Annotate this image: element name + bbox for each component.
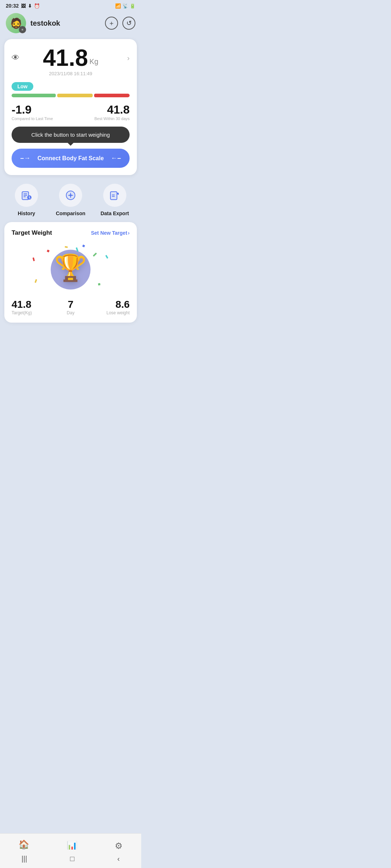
time-display: 20:32 bbox=[6, 3, 19, 9]
best-value: 41.8 bbox=[94, 103, 130, 116]
target-stats: 41.8 Target(Kg) 7 Day 8.6 Lose weight bbox=[12, 299, 130, 315]
target-weight-value: 41.8 bbox=[12, 299, 51, 310]
target-lose-stat: 8.6 Lose weight bbox=[90, 299, 130, 315]
header-actions: ＋ ↺ bbox=[105, 17, 135, 30]
refresh-icon: ↺ bbox=[126, 19, 132, 27]
weight-section: 👁 41.8 Kg › bbox=[12, 46, 130, 69]
connect-arrow-left-icon: –→ bbox=[20, 154, 30, 162]
history-label: History bbox=[18, 210, 35, 216]
data-export-label: Data Export bbox=[101, 210, 129, 216]
compared-label: Compared to Last Time bbox=[12, 116, 53, 121]
comparison-icon-wrap bbox=[59, 184, 82, 207]
download-icon: ⬇ bbox=[28, 3, 32, 9]
eye-icon[interactable]: 👁 bbox=[12, 53, 20, 63]
add-button[interactable]: ＋ bbox=[105, 17, 118, 30]
target-section: Target Weight Set New Target › 🏆 41.8 Ta… bbox=[4, 222, 137, 323]
compared-stat: -1.9 Compared to Last Time bbox=[12, 103, 53, 121]
tooltip-overlay: Click the button to start weighing bbox=[12, 127, 130, 143]
target-day-label: Day bbox=[51, 310, 91, 315]
history-icon bbox=[21, 190, 32, 201]
action-history[interactable]: History bbox=[4, 184, 49, 216]
export-icon-wrap bbox=[103, 184, 126, 207]
bmi-bar-container bbox=[12, 94, 130, 97]
target-chevron-icon: › bbox=[128, 230, 130, 236]
stats-row: -1.9 Compared to Last Time 41.8 Best Wit… bbox=[12, 103, 130, 121]
svg-rect-4 bbox=[24, 196, 26, 197]
export-icon bbox=[109, 190, 121, 201]
battery-icon: 🔋 bbox=[130, 3, 135, 9]
action-comparison[interactable]: Comparison bbox=[49, 184, 93, 216]
username: testokok bbox=[30, 19, 101, 27]
trophy-emoji: 🏆 bbox=[54, 252, 87, 283]
target-weight-label: Target(Kg) bbox=[12, 310, 51, 315]
target-lose-value: 8.6 bbox=[90, 299, 130, 310]
svg-rect-11 bbox=[112, 195, 115, 195]
target-day-stat: 7 Day bbox=[51, 299, 91, 315]
best-label: Best Within 30 days bbox=[94, 116, 130, 121]
avatar[interactable]: 🧔 ≡ bbox=[6, 13, 26, 33]
svg-rect-3 bbox=[24, 195, 27, 196]
alarm-icon: ⏰ bbox=[34, 3, 40, 9]
svg-point-8 bbox=[70, 194, 72, 196]
set-new-target-link[interactable]: Set New Target › bbox=[91, 230, 130, 236]
tooltip-box: Click the button to start weighing bbox=[12, 127, 130, 143]
target-weight-stat: 41.8 Target(Kg) bbox=[12, 299, 51, 315]
bmi-badge: Low bbox=[12, 82, 33, 91]
status-right: 📶 📡 🔋 bbox=[115, 3, 135, 9]
weight-value: 41.8 bbox=[43, 46, 88, 69]
weight-date: 2023/11/08 16:11:49 bbox=[12, 71, 130, 76]
connect-arrow-right-icon: ←– bbox=[111, 154, 121, 162]
action-data-export[interactable]: Data Export bbox=[93, 184, 137, 216]
bmi-red-segment bbox=[94, 94, 130, 97]
bmi-bar bbox=[12, 94, 130, 97]
trophy-illustration: 🏆 bbox=[12, 242, 130, 293]
status-bar: 20:32 🖼 ⬇ ⏰ 📶 📡 🔋 bbox=[0, 0, 141, 10]
svg-rect-12 bbox=[112, 196, 115, 197]
comparison-label: Comparison bbox=[56, 210, 85, 216]
svg-rect-2 bbox=[24, 193, 27, 194]
bmi-yellow-segment bbox=[57, 94, 93, 97]
connect-button-label: Connect Body Fat Scale bbox=[37, 155, 104, 162]
target-day-value: 7 bbox=[51, 299, 91, 310]
history-icon-wrap bbox=[15, 184, 38, 207]
connect-button[interactable]: –→ Connect Body Fat Scale ←– bbox=[12, 149, 130, 168]
header: 🧔 ≡ testokok ＋ ↺ bbox=[0, 10, 141, 39]
avatar-badge: ≡ bbox=[19, 26, 26, 33]
set-new-target-label: Set New Target bbox=[91, 230, 127, 236]
bmi-section: Low bbox=[12, 82, 130, 97]
weight-chevron-icon[interactable]: › bbox=[127, 54, 130, 62]
comparison-icon bbox=[65, 190, 76, 201]
compared-value: -1.9 bbox=[12, 103, 53, 116]
bmi-green-segment bbox=[12, 94, 56, 97]
signal-icon: 📡 bbox=[122, 3, 128, 9]
plus-icon: ＋ bbox=[108, 19, 115, 27]
quick-actions: History Comparison Data Export bbox=[0, 175, 141, 222]
wifi-icon: 📶 bbox=[115, 3, 121, 9]
bmi-label-row: Low bbox=[12, 82, 130, 91]
status-left: 20:32 🖼 ⬇ ⏰ bbox=[6, 3, 40, 9]
target-lose-label: Lose weight bbox=[90, 310, 130, 315]
target-title: Target Weight bbox=[12, 229, 52, 237]
gallery-icon: 🖼 bbox=[21, 3, 26, 9]
main-card: 👁 41.8 Kg › 2023/11/08 16:11:49 Low -1.9… bbox=[4, 39, 137, 175]
refresh-button[interactable]: ↺ bbox=[122, 17, 135, 30]
target-header: Target Weight Set New Target › bbox=[12, 229, 130, 237]
svg-rect-9 bbox=[110, 192, 117, 200]
best-stat: 41.8 Best Within 30 days bbox=[94, 103, 130, 121]
weight-unit: Kg bbox=[89, 58, 98, 66]
